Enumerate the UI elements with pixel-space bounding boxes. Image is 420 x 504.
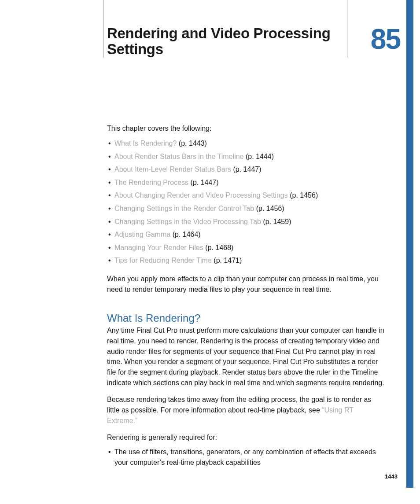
toc-link[interactable]: About Changing Render and Video Processi…	[114, 191, 288, 199]
toc-link[interactable]: The Rendering Process	[114, 179, 188, 186]
toc-item: Changing Settings in the Render Control …	[108, 202, 385, 215]
toc-item: Tips for Reducing Render Time (p. 1471)	[108, 254, 385, 267]
toc-item: About Item-Level Render Status Bars (p. …	[108, 163, 385, 176]
chapter-number: 85	[371, 23, 400, 55]
toc-link[interactable]: What Is Rendering?	[114, 140, 177, 147]
toc-item: About Render Status Bars in the Timeline…	[108, 150, 385, 163]
toc-pageref: (p. 1464)	[173, 231, 201, 238]
toc-pageref: (p. 1471)	[214, 257, 242, 264]
toc-link[interactable]: About Item-Level Render Status Bars	[114, 166, 231, 173]
toc-link[interactable]: Tips for Reducing Render Time	[114, 257, 212, 264]
toc-item: The Rendering Process (p. 1447)	[108, 176, 385, 189]
body-paragraph: Any time Final Cut Pro must perform more…	[107, 325, 385, 388]
intro-text: This chapter covers the following:	[107, 125, 385, 132]
toc-item: Changing Settings in the Video Processin…	[108, 215, 385, 228]
toc-pageref: (p. 1456)	[256, 205, 284, 212]
toc-link[interactable]: About Render Status Bars in the Timeline	[114, 153, 244, 160]
toc-pageref: (p. 1468)	[205, 244, 233, 251]
toc-item: Adjusting Gamma (p. 1464)	[108, 228, 385, 241]
body-paragraph: Rendering is generally required for:	[107, 432, 385, 443]
toc-pageref: (p. 1443)	[179, 140, 207, 147]
toc-link[interactable]: Managing Your Render Files	[114, 244, 203, 251]
header-divider-left	[103, 0, 103, 58]
toc-item: About Changing Render and Video Processi…	[108, 189, 385, 202]
chapter-title-block: Rendering and Video Processing Settings	[107, 26, 347, 58]
toc-link[interactable]: Changing Settings in the Render Control …	[114, 205, 254, 212]
content-area: This chapter covers the following: What …	[107, 125, 385, 467]
page-number: 1443	[385, 473, 398, 480]
chapter-title: Rendering and Video Processing Settings	[107, 26, 347, 58]
toc-item: What Is Rendering? (p. 1443)	[108, 137, 385, 150]
lead-paragraph: When you apply more effects to a clip th…	[107, 274, 385, 294]
header-divider-right	[347, 0, 347, 58]
toc-link[interactable]: Changing Settings in the Video Processin…	[114, 218, 261, 225]
toc-pageref: (p. 1456)	[290, 191, 318, 199]
body-paragraph: Because rendering takes time away from t…	[107, 394, 385, 426]
toc-pageref: (p. 1459)	[263, 218, 291, 225]
requirement-list: The use of filters, transitions, generat…	[107, 447, 385, 467]
toc-link[interactable]: Adjusting Gamma	[114, 231, 170, 238]
toc-pageref: (p. 1447)	[191, 179, 219, 186]
toc-item: Managing Your Render Files (p. 1468)	[108, 241, 385, 254]
toc-pageref: (p. 1444)	[246, 153, 274, 160]
side-accent-bar	[406, 0, 413, 488]
section-heading: What Is Rendering?	[107, 312, 385, 324]
toc-list: What Is Rendering? (p. 1443) About Rende…	[107, 137, 385, 267]
toc-pageref: (p. 1447)	[233, 166, 261, 173]
list-item: The use of filters, transitions, generat…	[108, 447, 385, 467]
